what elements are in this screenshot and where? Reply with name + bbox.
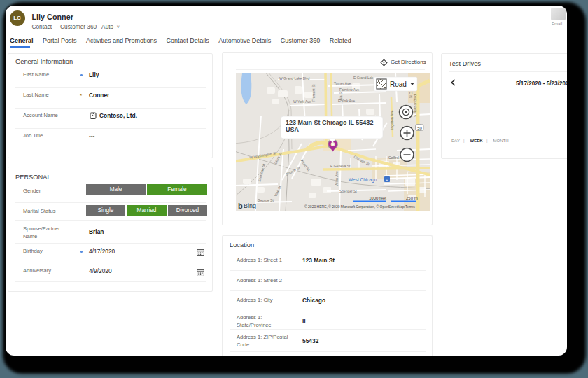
svg-text:b: b [238,202,243,210]
svg-text:59: 59 [417,126,422,130]
svg-text:1000 feet: 1000 feet [369,196,386,200]
svg-text:S Neltnor Blvd: S Neltnor Blvd [413,94,417,117]
svg-text:…phia St: …phia St [339,91,343,106]
svg-text:Colfird: Colfird [388,155,399,160]
svg-text:Fairview Ave: Fairview Ave [340,88,359,92]
svg-text:Spencer St: Spencer St [340,189,357,193]
svg-text:123 Main St Chicago IL 55432: 123 Main St Chicago IL 55432 [286,119,373,126]
svg-text:USA: USA [286,126,300,133]
svg-text:E Geneva St: E Geneva St [330,164,351,168]
svg-text:W Grand Lake Blvd: W Grand Lake Blvd [279,76,310,80]
svg-text:250 m: 250 m [406,196,418,200]
svg-text:Allen Ave: Allen Ave [335,171,339,186]
svg-text:Bing: Bing [244,202,256,209]
svg-text:© 2020 HERE, © 2020 Microsoft: © 2020 HERE, © 2020 Microsoft Corporatio… [304,204,415,209]
svg-text:Ingalton Ave: Ingalton Ave [390,110,394,130]
svg-text:E Grand Lak: E Grand Lak [354,76,374,80]
svg-text:Fremont St: Fremont St [312,84,316,102]
svg-text:Turner Ave: Turner Ave [334,81,351,85]
svg-text:Road: Road [390,80,407,88]
svg-text:+: + [386,178,388,182]
svg-text:West Chicago: West Chicago [349,177,377,183]
svg-text:George St: George St [258,198,274,202]
svg-text:W York Ave: W York Ave [293,99,312,104]
